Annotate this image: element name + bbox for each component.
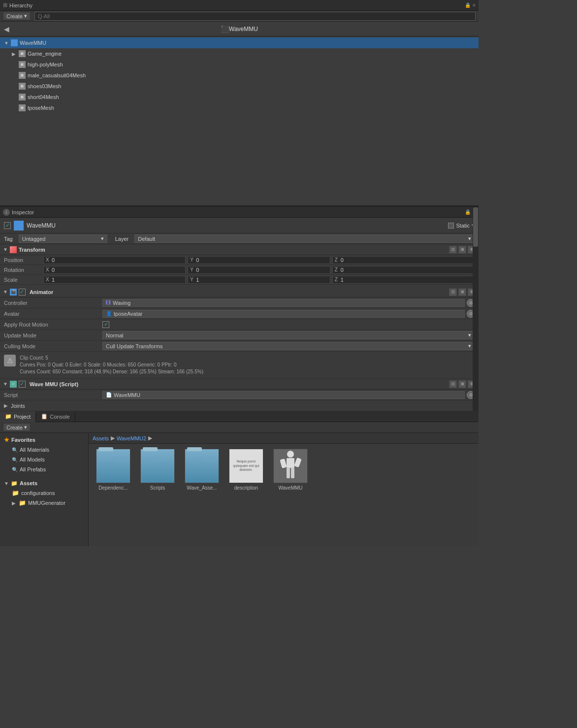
- wave-cube-icon: ⬛: [221, 25, 229, 33]
- asset-item-dependencies[interactable]: Dependenc...: [94, 449, 133, 491]
- animator-move-btn[interactable]: ⊡: [449, 288, 457, 296]
- active-checkbox[interactable]: ✓: [4, 222, 11, 229]
- joints-arrow-icon[interactable]: ▶: [4, 403, 9, 408]
- project-create-button[interactable]: Create ▾: [3, 423, 31, 431]
- create-button[interactable]: Create ▾: [3, 12, 31, 20]
- z-label: Z: [335, 277, 340, 282]
- script-field-value[interactable]: 📄 WaveMMU: [102, 391, 465, 399]
- bottom-toolbar: Create ▾: [0, 422, 479, 433]
- script-align-btn[interactable]: ⊞: [458, 380, 466, 388]
- hierarchy-item-shortmesh[interactable]: ▣ short04Mesh: [0, 92, 479, 102]
- position-x-field[interactable]: X 0: [43, 256, 186, 264]
- hierarchy-item-label: male_casualsuit04Mesh: [28, 72, 86, 78]
- all-prefabs-label: All Prefabs: [20, 466, 46, 472]
- folder-icon: 📁: [12, 490, 19, 496]
- console-tab[interactable]: 📋 Console: [36, 411, 75, 422]
- asset-item-wavemmu[interactable]: WaveMMU: [271, 449, 310, 491]
- hierarchy-item-casualsuitMesh[interactable]: ▣ male_casualsuit04Mesh: [0, 70, 479, 81]
- inspector-panel: i Inspector 🔒 ≡ ✓ WaveMMU Static ▾ Tag U…: [0, 206, 479, 411]
- hierarchy-tab-label: Hierarchy: [9, 2, 32, 8]
- assets-header[interactable]: ▼ 📁 Assets: [0, 478, 88, 488]
- search-input[interactable]: [34, 12, 476, 21]
- animator-align-btn[interactable]: ⊞: [458, 288, 466, 296]
- y-label: Y: [190, 277, 195, 282]
- scale-x-field[interactable]: X 1: [43, 276, 186, 284]
- transform-icon: [10, 246, 17, 253]
- inspector-tab: i Inspector: [3, 209, 34, 216]
- search-icon: 🔍: [12, 467, 18, 472]
- asset-item-wave-assets[interactable]: Wave_Asse...: [182, 449, 222, 491]
- rotation-z-field[interactable]: Z 0: [332, 266, 475, 274]
- layer-dropdown-arrow-icon: ▾: [468, 235, 471, 242]
- sidebar-all-materials[interactable]: 🔍 All Materials: [0, 445, 88, 455]
- culling-mode-dropdown[interactable]: Cull Update Transforms ▾: [102, 342, 475, 350]
- breadcrumb-wavemmu2[interactable]: WaveMMU2: [117, 435, 146, 441]
- svg-point-0: [287, 451, 294, 458]
- back-button[interactable]: ◀: [4, 25, 9, 33]
- update-mode-dropdown[interactable]: Normal ▾: [102, 331, 475, 339]
- y-label: Y: [190, 257, 195, 263]
- script-move-btn[interactable]: ⊡: [449, 380, 457, 388]
- scale-z-value: 1: [341, 277, 344, 283]
- lock-icon: 🔒: [465, 209, 471, 215]
- hierarchy-item-gameengine[interactable]: ▶ ▣ Game_engine: [0, 48, 479, 59]
- position-x-value: 0: [52, 257, 55, 263]
- hierarchy-item-shoesmesh[interactable]: ▣ shoes03Mesh: [0, 81, 479, 92]
- scale-z-field[interactable]: Z 1: [332, 276, 475, 284]
- sidebar-all-prefabs[interactable]: 🔍 All Prefabs: [0, 464, 88, 474]
- assets-arrow-icon: ▼: [4, 481, 9, 486]
- move-to-view-button[interactable]: ⊡: [449, 246, 457, 254]
- hierarchy-item-wavemmu[interactable]: ▼ WaveMMU: [0, 37, 479, 48]
- z-label: Z: [335, 257, 340, 263]
- layer-label: Layer: [115, 236, 129, 242]
- folder-thumb: [96, 449, 130, 483]
- assets-label: Assets: [20, 480, 37, 486]
- search-icon: 🔍: [12, 447, 18, 453]
- animator-icon: 🎬: [10, 289, 17, 296]
- script-file-icon: 📄: [106, 392, 112, 397]
- scale-y-field[interactable]: Y 1: [188, 276, 330, 284]
- sidebar-all-models[interactable]: 🔍 All Models: [0, 455, 88, 464]
- wave-mmu-script-title: Wave MMU (Script): [30, 381, 447, 387]
- character-svg: [276, 450, 305, 482]
- mesh-icon: ▣: [19, 83, 26, 90]
- layer-dropdown[interactable]: Default ▾: [134, 234, 475, 243]
- controller-value-field[interactable]: 🎞 Waving: [102, 299, 465, 307]
- hierarchy-list: ▼ WaveMMU ▶ ▣ Game_engine ▣ high-polyMes…: [0, 36, 479, 114]
- avatar-value-field[interactable]: 👤 tposeAvatar: [102, 310, 465, 318]
- project-create-label: Create: [6, 425, 23, 430]
- scrollbar-thumb[interactable]: [473, 207, 478, 247]
- animator-checkmark-icon: ✓: [20, 289, 24, 295]
- static-checkbox[interactable]: [448, 223, 454, 229]
- sidebar-configurations[interactable]: 📁 configurations: [0, 488, 88, 498]
- animator-active-checkbox[interactable]: ✓: [19, 289, 26, 296]
- rotation-y-field[interactable]: Y 0: [188, 266, 330, 274]
- asset-item-description[interactable]: Neque porro quisquam est qui dolorem. de…: [226, 449, 266, 491]
- position-y-field[interactable]: Y 0: [188, 256, 330, 264]
- hierarchy-item-label: high-polyMesh: [28, 62, 63, 67]
- hierarchy-item-tposemesh[interactable]: ▣ tposeMesh: [0, 102, 479, 113]
- script-active-checkbox[interactable]: ✓: [19, 381, 26, 388]
- section-buttons: ⊡ ⊞ ⚙: [449, 246, 476, 254]
- sidebar-mmu-generator[interactable]: ▶ 📁 MMUGenerator: [0, 498, 88, 508]
- controller-value: Waving: [113, 300, 130, 306]
- script-arrow-icon[interactable]: ▼: [3, 381, 8, 387]
- tag-dropdown[interactable]: Untagged ▾: [19, 234, 107, 243]
- align-button[interactable]: ⊞: [458, 246, 466, 254]
- scrollbar-track[interactable]: [473, 207, 479, 411]
- project-tab[interactable]: 📁 Project: [0, 411, 36, 422]
- controller-label: Controller: [4, 300, 102, 306]
- rotation-x-field[interactable]: X 0: [43, 266, 186, 274]
- breadcrumb-assets[interactable]: Assets: [93, 435, 109, 441]
- position-z-field[interactable]: Z 0: [332, 256, 475, 264]
- favorites-header[interactable]: ★ Favorites: [0, 435, 88, 445]
- hierarchy-item-highpolymesh[interactable]: ▣ high-polyMesh: [0, 59, 479, 70]
- animator-arrow-icon[interactable]: ▼: [3, 289, 8, 295]
- folder-icon: 📁: [19, 499, 26, 506]
- asset-item-scripts[interactable]: Scripts: [138, 449, 177, 491]
- asset-label: Scripts: [150, 485, 165, 491]
- menu-icon: ≡: [473, 2, 476, 8]
- transform-section-header: ▼ Transform ⊡ ⊞ ⚙: [0, 244, 479, 255]
- transform-arrow-icon[interactable]: ▼: [3, 247, 8, 252]
- apply-root-motion-checkbox[interactable]: ✓: [102, 321, 109, 328]
